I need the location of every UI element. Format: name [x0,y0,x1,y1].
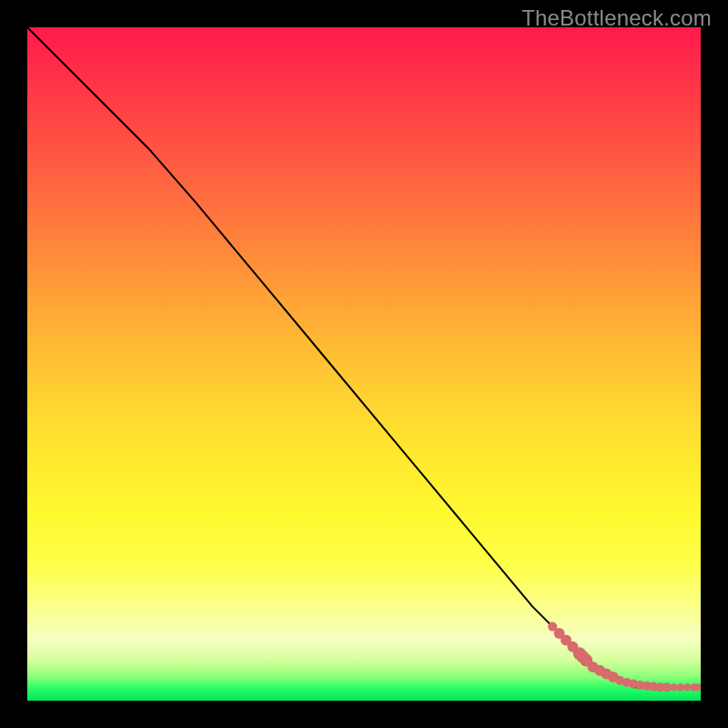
data-point [677,683,684,691]
data-points [548,622,701,693]
plot-area [27,27,701,701]
data-point [683,683,691,691]
data-point [670,683,677,691]
bottleneck-curve [27,27,701,687]
chart-frame: TheBottleneck.com [0,0,728,728]
chart-overlay [27,27,701,701]
watermark-text: TheBottleneck.com [521,5,712,31]
data-point [693,683,701,691]
